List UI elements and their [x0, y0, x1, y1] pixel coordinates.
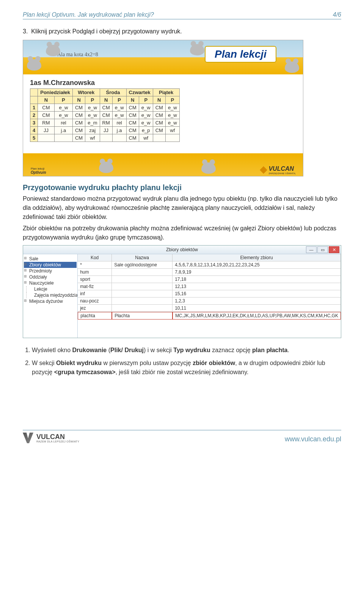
grid-row[interactable]: inf15,16: [78, 290, 341, 298]
mouse-icon: [27, 59, 41, 71]
close-button[interactable]: ✕: [329, 246, 339, 253]
mouse-icon: [285, 61, 299, 73]
day-header: Środa: [100, 89, 126, 96]
step-3: 3. Kliknij przycisk Podgląd i obejrzyj p…: [23, 27, 341, 36]
tree-item[interactable]: Sale: [24, 256, 77, 262]
banner-title: Plan lekcji: [205, 46, 276, 63]
section-para-2: Zbiór obiektów na potrzeby drukowania pł…: [23, 224, 341, 242]
maximize-button[interactable]: ▭: [317, 246, 328, 253]
tree-item[interactable]: Miejsca dyżurów: [24, 298, 77, 304]
step-1: Wyświetl okno Drukowanie (Plik/ Drukuj) …: [32, 346, 341, 355]
minimize-button[interactable]: —: [306, 246, 317, 253]
mouse-icon: [190, 44, 204, 55]
mouse-icon: [201, 162, 216, 174]
tree-item[interactable]: Zbiory obiektów: [24, 262, 77, 268]
header-title: Plan lekcji Optivum. Jak wydrukować plan…: [23, 11, 154, 18]
footer-site: www.vulcan.edu.pl: [285, 435, 341, 443]
col-kod: Kod: [78, 254, 112, 261]
grid-row[interactable]: *Sale ogólnodostępne4,5,6,7,8,9,12,13,14…: [78, 261, 341, 269]
mouse-icon: [99, 162, 113, 173]
footer-left: Plan lekcji Optivum: [31, 167, 46, 175]
section-para-1: Ponieważ standardowo można przygotować w…: [23, 194, 341, 222]
day-header: Piątek: [153, 89, 179, 96]
day-header: Czwartek: [126, 89, 153, 96]
vulcan-icon: [260, 166, 268, 174]
grid-row[interactable]: sport17,18: [78, 276, 341, 283]
step-2: W sekcji Obiekt wydruku w pierwszym polu…: [32, 359, 341, 377]
col-nazwa: Nazwa: [112, 254, 173, 261]
banner-header: Ala ma kota 4x2=8 Plan lekcji: [23, 40, 303, 74]
step-3-text: Kliknij przycisk Podgląd i obejrzyj przy…: [31, 28, 182, 35]
tree-panel[interactable]: SaleZbiory obiektówPrzedmiotyOddziałyNau…: [23, 254, 78, 338]
schedule-row: 5CMwfCMwf: [30, 134, 180, 142]
tree-item[interactable]: Przedmioty: [24, 268, 77, 274]
schedule-block: 1as M.Chrzanowska Poniedziałek Wtorek Śr…: [23, 74, 303, 153]
grid-row[interactable]: plachtaPłachtaMC,JK,JS,MR,LM,KB,KP,JJ,EK…: [78, 312, 341, 320]
corner-cell: [30, 89, 38, 96]
schedule-row: 4JJj.aCMzajJJj.aCMe_pCMwf: [30, 127, 180, 134]
day-header: Wtorek: [72, 89, 100, 96]
banner-scribble: Ala ma kota 4x2=8: [57, 52, 98, 58]
vulcan-v-icon: [23, 433, 33, 443]
preview-screenshot: Ala ma kota 4x2=8 Plan lekcji 1as M.Chrz…: [23, 40, 303, 176]
grid-row[interactable]: nau-pocz1,2,3: [78, 298, 341, 305]
objects-window: Zbiory obiektów — ▭ ✕ SaleZbiory obiektó…: [23, 245, 341, 338]
tree-item[interactable]: Zajęcia międzyoddziałowe: [26, 292, 77, 298]
page-header: Plan lekcji Optivum. Jak wydrukować plan…: [23, 11, 341, 19]
tree-item[interactable]: Oddziały: [24, 274, 77, 280]
page-footer: VULCAN RAZEM DLA LEPSZEJ OŚWIATY www.vul…: [23, 430, 341, 443]
banner-footer: Plan lekcji Optivum VULCAN ZARZĄDZANIE O…: [23, 153, 303, 176]
tree-item[interactable]: Nauczyciele: [24, 280, 77, 286]
footer-right: VULCAN ZARZĄDZANIE OŚWIATĄ: [261, 165, 295, 175]
grid-header: Kod Nazwa Elementy zbioru: [78, 254, 341, 261]
grid-row[interactable]: hum7,8,9,19: [78, 269, 341, 276]
schedule-table: Poniedziałek Wtorek Środa Czwartek Piąte…: [30, 88, 180, 142]
np-header-row: NP NP NP NP NP: [30, 96, 180, 104]
vulcan-logo: VULCAN RAZEM DLA LEPSZEJ OŚWIATY: [23, 433, 79, 443]
grid-row[interactable]: jez10,11: [78, 305, 341, 312]
window-title: Zbiory obiektów: [166, 247, 198, 252]
window-titlebar: Zbiory obiektów — ▭ ✕: [23, 246, 341, 254]
header-page: 4/6: [333, 11, 341, 18]
grid-row[interactable]: mat-fiz12,13: [78, 283, 341, 290]
mouse-icon: [46, 45, 60, 56]
schedule-row: 3RMrelCMe_mRMrelCMe_wCMe_w: [30, 119, 180, 127]
col-elementy: Elementy zbioru: [173, 254, 341, 261]
class-name: 1as M.Chrzanowska: [30, 79, 296, 87]
grid-panel: Kod Nazwa Elementy zbioru *Sale ogólnodo…: [78, 254, 341, 338]
tree-item[interactable]: Lekcje: [26, 286, 77, 292]
steps-list: Wyświetl okno Drukowanie (Plik/ Drukuj) …: [23, 346, 341, 377]
section-title: Przygotowanie wydruku płachty planu lekc…: [23, 183, 341, 192]
schedule-row: 1CMe_wCMe_wCMe_wCMe_wCMe_w: [30, 104, 180, 112]
day-header: Poniedziałek: [38, 89, 73, 96]
schedule-row: 2CMe_wCMe_wCMe_wCMe_wCMe_w: [30, 112, 180, 119]
